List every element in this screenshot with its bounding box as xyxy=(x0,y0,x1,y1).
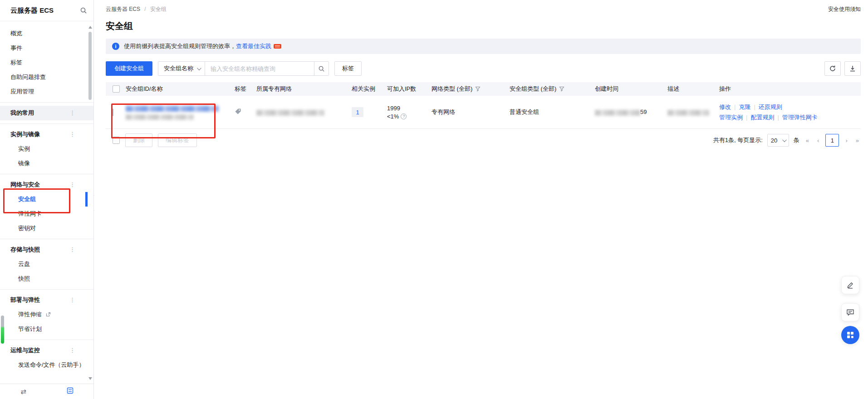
footer-select-all-checkbox[interactable] xyxy=(113,137,120,144)
delete-button[interactable]: 删除 xyxy=(125,133,152,147)
feedback-pencil-button[interactable] xyxy=(841,276,859,294)
help-question-icon[interactable]: ? xyxy=(401,113,407,119)
sidebar-scrollbar[interactable] xyxy=(88,25,93,384)
sidebar-item-eni[interactable]: 弹性网卡 xyxy=(0,207,93,221)
security-groups-table: 安全组ID/名称 标签 所属专有网络 相关实例 可加入IP数 网络类型 (全部)… xyxy=(106,82,861,129)
filter-field-dropdown[interactable]: 安全组名称 xyxy=(158,62,205,75)
more-options-icon[interactable]: ⋮ xyxy=(69,293,75,307)
sg-id-name-cell[interactable] xyxy=(126,104,235,119)
table-footer: 删除 编辑标签 共有1条, 每页显示: 20 条 « ‹ 1 › » xyxy=(106,133,861,147)
more-options-icon[interactable]: ⋮ xyxy=(69,127,75,142)
security-notice-link[interactable]: 安全使用须知 xyxy=(828,5,861,13)
left-edge-indicator xyxy=(1,315,4,344)
sidebar-item-keypairs[interactable]: 密钥对 xyxy=(0,221,93,236)
prev-page-button[interactable]: ‹ xyxy=(815,137,821,144)
banner-message: 使用前缀列表提高安全组规则管理的效率， xyxy=(124,42,236,50)
more-options-icon[interactable]: ⋮ xyxy=(69,106,75,120)
download-button[interactable] xyxy=(844,61,861,76)
sidebar-item-snapshots[interactable]: 快照 xyxy=(0,271,93,286)
more-options-icon[interactable]: ⋮ xyxy=(69,343,75,358)
docs-panel-icon[interactable] xyxy=(47,387,93,396)
more-options-icon[interactable]: ⋮ xyxy=(69,177,75,192)
tag-icon[interactable] xyxy=(235,108,241,115)
select-all-checkbox[interactable] xyxy=(113,85,120,93)
row-checkbox[interactable] xyxy=(113,108,113,116)
related-instances-count[interactable]: 1 xyxy=(352,107,363,117)
sidebar-item-savings-plans[interactable]: 节省计划 xyxy=(0,322,93,336)
sidebar-item-images[interactable]: 镜像 xyxy=(0,156,93,171)
ecs-console-page: 云服务器 ECS 概览 事件 标签 自助问题排查 应用管理 我的常用 ⋮ 实例与… xyxy=(0,0,868,399)
best-practice-link[interactable]: 查看最佳实践 xyxy=(236,42,271,50)
edit-tags-button[interactable]: 编辑标签 xyxy=(158,133,197,147)
sidebar-item-disks[interactable]: 云盘 xyxy=(0,257,93,271)
sidebar-item-auto-scaling[interactable]: 弹性伸缩 xyxy=(0,307,93,322)
search-icon[interactable] xyxy=(80,7,87,14)
create-security-group-button[interactable]: 创建安全组 xyxy=(106,61,152,76)
sidebar-item-overview[interactable]: 概览 xyxy=(0,26,93,41)
sidebar-item-instances[interactable]: 实例 xyxy=(0,142,93,156)
action-restore-rules[interactable]: 还原规则 xyxy=(759,103,782,110)
row-vpc-cell[interactable] xyxy=(256,108,352,115)
sidebar-item-events[interactable]: 事件 xyxy=(0,41,93,55)
page-size-value: 20 xyxy=(771,137,777,144)
sidebar-nav: 概览 事件 标签 自助问题排查 应用管理 我的常用 ⋮ 实例与镜像 ⋮ 实例 镜… xyxy=(0,21,93,384)
action-manage-instances[interactable]: 管理实例 xyxy=(719,114,743,121)
product-title: 云服务器 ECS xyxy=(10,6,80,15)
search-input[interactable] xyxy=(205,62,314,75)
row-actions: 修改|克隆|还原规则 管理实例|配置规则|管理弹性网卡 xyxy=(719,102,861,123)
first-page-button[interactable]: « xyxy=(804,137,811,144)
chevron-down-icon xyxy=(782,138,787,142)
row-tag-cell[interactable] xyxy=(235,108,256,116)
more-options-icon[interactable]: ⋮ xyxy=(69,242,75,257)
tags-filter-button[interactable]: 标签 xyxy=(334,61,362,76)
sidebar-section-favorites[interactable]: 我的常用 ⋮ xyxy=(0,106,93,120)
col-created-time: 创建时间 xyxy=(595,85,667,93)
section-label: 网络与安全 xyxy=(10,181,40,188)
filter-funnel-icon[interactable] xyxy=(475,86,481,92)
chevron-down-icon xyxy=(197,66,201,70)
total-count-label: 共有1条, 每页显示: xyxy=(713,136,763,144)
col-sg-type[interactable]: 安全组类型 (全部) xyxy=(510,85,595,93)
sidebar-item-app-management[interactable]: 应用管理 xyxy=(0,84,93,99)
col-id-name[interactable]: 安全组ID/名称 xyxy=(126,85,235,93)
section-label: 运维与监控 xyxy=(10,347,40,354)
sidebar-section-network-security: 网络与安全 ⋮ xyxy=(0,177,93,192)
action-clone[interactable]: 克隆 xyxy=(739,103,750,110)
support-chat-button[interactable] xyxy=(841,303,859,321)
action-configure-rules[interactable]: 配置规则 xyxy=(750,114,774,121)
new-badge-icon xyxy=(274,44,281,49)
last-page-button[interactable]: » xyxy=(854,137,861,144)
sidebar-item-tags[interactable]: 标签 xyxy=(0,55,93,70)
scroll-up-icon[interactable] xyxy=(88,26,92,29)
ip-percent: <1% xyxy=(387,113,399,120)
filter-funnel-icon[interactable] xyxy=(559,86,564,92)
action-modify[interactable]: 修改 xyxy=(719,103,731,110)
scroll-down-icon[interactable] xyxy=(88,377,92,380)
search-button[interactable] xyxy=(314,62,329,75)
breadcrumb: 云服务器 ECS / 安全组 xyxy=(106,5,167,13)
pagination: 共有1条, 每页显示: 20 条 « ‹ 1 › » xyxy=(713,134,861,147)
table-row: 1 1999 <1% ? 专有网络 普通安全组 59 xyxy=(106,96,861,129)
sidebar-section-deploy-elasticity: 部署与弹性 ⋮ xyxy=(0,293,93,307)
col-network-type[interactable]: 网络类型 (全部) xyxy=(432,85,510,93)
next-page-button[interactable]: › xyxy=(843,137,849,144)
divider xyxy=(0,340,93,340)
redacted-created-time xyxy=(595,110,640,116)
widget-launcher-button[interactable] xyxy=(841,326,859,344)
info-icon: i xyxy=(112,43,119,50)
breadcrumb-root[interactable]: 云服务器 ECS xyxy=(106,6,140,12)
document-icon xyxy=(67,387,74,394)
col-sg-type-label: 安全组类型 (全部) xyxy=(510,85,556,93)
sidebar-item-cloud-assistant[interactable]: 发送命令/文件（云助手） xyxy=(0,358,93,372)
scrollbar-thumb[interactable] xyxy=(88,32,92,100)
sidebar-item-self-diagnosis[interactable]: 自助问题排查 xyxy=(0,70,93,84)
action-manage-eni[interactable]: 管理弹性网卡 xyxy=(782,114,818,121)
collapse-sidebar-icon[interactable]: ⇄ xyxy=(0,388,47,396)
section-label: 部署与弹性 xyxy=(10,296,40,303)
redacted-sg-id[interactable] xyxy=(126,106,219,112)
page-size-select[interactable]: 20 xyxy=(767,134,789,147)
sidebar-item-security-groups[interactable]: 安全组 xyxy=(0,192,93,207)
section-label: 实例与镜像 xyxy=(10,131,40,138)
refresh-button[interactable] xyxy=(824,61,841,76)
refresh-icon xyxy=(829,65,836,72)
